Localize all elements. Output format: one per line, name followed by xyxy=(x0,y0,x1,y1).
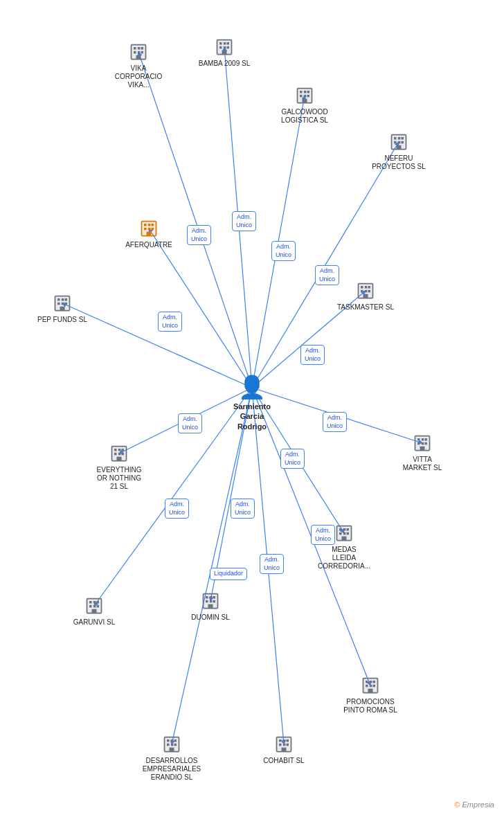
svg-rect-131 xyxy=(206,596,208,599)
company-label-galcowood: GALCOWOODLOGISTICA SL xyxy=(281,108,328,125)
svg-rect-63 xyxy=(398,141,401,144)
svg-rect-83 xyxy=(363,294,368,298)
svg-rect-44 xyxy=(134,51,136,54)
svg-rect-164 xyxy=(170,748,174,752)
company-node-cohabit[interactable]: COHABIT SL xyxy=(256,735,312,765)
svg-rect-53 xyxy=(300,95,303,98)
company-label-everything: EVERYTHINGOR NOTHING21 SL xyxy=(97,466,142,491)
svg-rect-99 xyxy=(422,442,424,445)
svg-rect-62 xyxy=(394,141,397,144)
svg-rect-38 xyxy=(222,51,227,55)
building-icon-garunvi xyxy=(84,596,104,617)
svg-rect-133 xyxy=(213,596,216,599)
svg-rect-32 xyxy=(219,42,222,45)
svg-rect-135 xyxy=(210,600,213,603)
building-icon-duomin xyxy=(201,591,220,612)
watermark: © Empresia xyxy=(454,800,494,809)
company-node-neferu[interactable]: NEFERUPROYECTOS SL xyxy=(371,132,426,171)
svg-rect-87 xyxy=(62,298,64,301)
company-label-duomin: DUOMIN SL xyxy=(191,613,230,622)
svg-rect-72 xyxy=(148,228,151,231)
svg-rect-107 xyxy=(114,453,117,456)
svg-rect-108 xyxy=(118,453,121,456)
svg-rect-36 xyxy=(224,46,226,49)
building-icon-desarrollos xyxy=(162,735,181,755)
svg-rect-82 xyxy=(368,290,371,293)
role-badge-5: Adm.Unico xyxy=(300,345,325,365)
svg-rect-150 xyxy=(283,739,286,742)
company-node-garunvi[interactable]: GARUNVI SL xyxy=(66,596,122,627)
svg-rect-124 xyxy=(97,601,100,604)
svg-rect-46 xyxy=(141,51,144,54)
svg-rect-100 xyxy=(425,442,428,445)
company-node-everything[interactable]: EVERYTHINGOR NOTHING21 SL xyxy=(91,444,147,491)
company-node-bamba[interactable]: BAMBA 2009 SL xyxy=(197,37,252,68)
svg-rect-35 xyxy=(219,46,222,49)
svg-rect-122 xyxy=(89,601,92,604)
svg-rect-161 xyxy=(167,744,170,746)
building-icon-bamba xyxy=(215,37,234,58)
svg-rect-61 xyxy=(402,137,404,140)
svg-rect-90 xyxy=(62,303,64,305)
svg-rect-114 xyxy=(343,528,346,531)
company-label-neferu: NEFERUPROYECTOS SL xyxy=(372,154,426,171)
svg-rect-59 xyxy=(394,137,397,140)
svg-line-19 xyxy=(149,228,252,388)
svg-rect-143 xyxy=(366,685,368,688)
svg-rect-101 xyxy=(420,447,425,451)
company-label-garunvi: GARUNVI SL xyxy=(73,618,116,627)
svg-rect-71 xyxy=(144,228,147,231)
company-node-vika[interactable]: VIKACORPORACIOVIKA... xyxy=(111,42,166,89)
svg-rect-142 xyxy=(373,681,376,683)
company-label-promocions: PROMOCIONSPINTO ROMA SL xyxy=(343,698,397,715)
building-icon-galcowood xyxy=(295,86,314,107)
svg-rect-92 xyxy=(60,307,65,311)
company-label-medas: MEDASLLEIDACORREDORIA... xyxy=(318,546,370,571)
svg-rect-155 xyxy=(282,748,287,752)
company-node-galcowood[interactable]: GALCOWOODLOGISTICA SL xyxy=(277,86,332,125)
svg-rect-104 xyxy=(114,449,117,451)
company-label-aferquatre: AFERQUATRE xyxy=(125,241,172,249)
company-label-bamba: BAMBA 2009 SL xyxy=(199,60,251,68)
company-node-vitta[interactable]: VITTAMARKET SL xyxy=(395,433,450,472)
svg-rect-119 xyxy=(342,537,347,541)
role-badge-7: Adm.Unico xyxy=(323,412,347,432)
svg-rect-128 xyxy=(92,609,97,613)
svg-rect-37 xyxy=(227,46,230,49)
company-label-cohabit: COHABIT SL xyxy=(263,757,304,765)
svg-rect-113 xyxy=(339,528,342,531)
svg-rect-163 xyxy=(174,744,177,746)
svg-rect-160 xyxy=(174,739,177,742)
svg-rect-73 xyxy=(152,228,154,231)
svg-rect-159 xyxy=(171,739,174,742)
svg-rect-146 xyxy=(368,689,373,693)
svg-rect-52 xyxy=(307,91,310,93)
company-node-desarrollos[interactable]: DESARROLLOSEMPRESARIALESERANDIO SL xyxy=(144,735,199,782)
svg-rect-125 xyxy=(89,605,92,608)
building-icon-medas xyxy=(334,523,354,544)
company-node-promocions[interactable]: PROMOCIONSPINTO ROMA SL xyxy=(343,676,398,715)
svg-rect-74 xyxy=(147,232,152,236)
svg-rect-91 xyxy=(65,303,68,305)
svg-rect-43 xyxy=(141,47,144,50)
svg-rect-140 xyxy=(366,681,368,683)
svg-rect-162 xyxy=(171,744,174,746)
center-person[interactable]: 👤 SarmientoGarciaRodrigo xyxy=(224,374,280,431)
svg-rect-136 xyxy=(213,600,216,603)
company-node-duomin[interactable]: DUOMIN SL xyxy=(183,591,238,622)
svg-rect-145 xyxy=(373,685,376,688)
svg-rect-123 xyxy=(93,601,96,604)
company-node-taskmaster[interactable]: TASKMASTER SL xyxy=(338,281,393,312)
company-node-aferquatre[interactable]: AFERQUATRE xyxy=(121,219,177,249)
building-icon-cohabit xyxy=(274,735,294,755)
building-icon-taskmaster xyxy=(356,281,375,302)
company-node-pepfunds[interactable]: PEP FUNDS SL xyxy=(35,294,90,324)
role-badge-3: Adm.Unico xyxy=(315,265,339,285)
role-badge-1: Adm.Unico xyxy=(232,211,256,231)
svg-rect-141 xyxy=(370,681,372,683)
svg-rect-98 xyxy=(417,442,420,445)
company-label-pepfunds: PEP FUNDS SL xyxy=(37,316,87,324)
svg-rect-47 xyxy=(136,55,141,60)
svg-rect-51 xyxy=(304,91,307,93)
role-badge-2: Adm.Unico xyxy=(271,241,296,261)
